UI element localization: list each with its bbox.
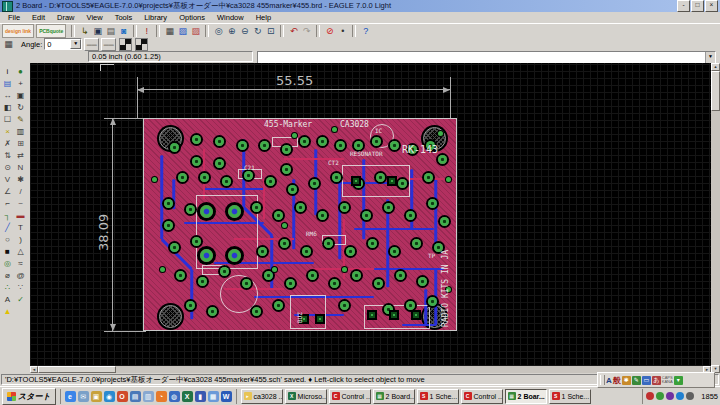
task-schematic-1[interactable]: S1 Sche... (417, 389, 459, 404)
through-hole-pad[interactable] (170, 143, 179, 152)
layer-blue-icon[interactable]: ▨ (176, 25, 189, 38)
layer-red-icon[interactable]: ▨ (189, 25, 202, 38)
via-pad[interactable] (292, 133, 297, 138)
ime-kana-mode[interactable]: 般 (613, 375, 621, 386)
spin-toggle[interactable] (135, 38, 148, 51)
through-hole-pad[interactable] (274, 211, 283, 220)
command-input[interactable] (258, 52, 705, 63)
print-icon[interactable]: ▤ (104, 25, 117, 38)
through-hole-pad[interactable] (260, 141, 269, 150)
open-icon[interactable]: ↳ (78, 25, 91, 38)
through-hole-pad[interactable] (398, 179, 407, 188)
through-hole-pad[interactable] (318, 211, 327, 220)
through-hole-pad[interactable] (438, 155, 447, 164)
large-pad[interactable] (200, 205, 213, 218)
task-eagle-control-1[interactable]: CControl ... (329, 389, 371, 404)
mirror-tool[interactable]: ◧ (1, 101, 14, 113)
wire-tool[interactable]: ╱ (1, 221, 14, 233)
rect-tool[interactable]: ■ (1, 245, 14, 257)
menu-file[interactable]: File (2, 12, 26, 23)
zoom-select-icon[interactable]: ⊡ (264, 25, 277, 38)
scroll-up-icon[interactable]: ▲ (711, 63, 720, 71)
silkscreen-text[interactable]: C21 (244, 165, 255, 171)
globe-icon[interactable]: ◍ (169, 391, 180, 402)
ime-language-bar[interactable]: A 般 ✱ ✎ ▭ あ CAPSKANA ▾ (597, 372, 715, 388)
menu-help[interactable]: Help (250, 12, 277, 23)
through-hole-pad[interactable] (354, 141, 363, 150)
copy-tool[interactable]: ▣ (14, 89, 27, 101)
moviemaker-icon[interactable]: ▣ (91, 391, 102, 402)
chevron-down-icon[interactable]: ▼ (70, 39, 81, 49)
square-pad[interactable] (351, 176, 361, 186)
silkscreen-text[interactable]: RM6 (306, 231, 317, 237)
via-pad[interactable] (272, 267, 277, 272)
opera-icon[interactable]: O (117, 391, 128, 402)
through-hole-pad[interactable] (200, 173, 209, 182)
ime-pad-icon[interactable]: あ (652, 376, 661, 385)
ime-pen-icon[interactable]: ✎ (632, 376, 641, 385)
through-hole-pad[interactable] (428, 297, 437, 306)
through-hole-pad[interactable] (396, 271, 405, 280)
copper-trace-bottom[interactable] (191, 269, 194, 319)
zoom-in-icon[interactable]: ⊕ (225, 25, 238, 38)
attribute-tool[interactable]: @ (14, 269, 27, 281)
through-hole-pad[interactable] (258, 247, 267, 256)
via-pad[interactable] (332, 127, 337, 132)
through-hole-pad[interactable] (372, 137, 381, 146)
tray-messenger-icon[interactable] (676, 392, 684, 400)
photo-icon[interactable]: ▦ (208, 391, 219, 402)
through-hole-pad[interactable] (332, 173, 341, 182)
copper-trace-top[interactable] (263, 179, 265, 219)
vertical-scroll-thumb[interactable] (711, 71, 720, 111)
stop-icon[interactable]: ⊘ (323, 25, 336, 38)
copper-trace-bottom[interactable] (387, 199, 390, 287)
copper-trace-bottom[interactable] (374, 268, 444, 271)
square-pad[interactable] (411, 310, 421, 320)
delete-tool[interactable]: ✗ (1, 137, 14, 149)
group-tool[interactable]: ☐ (1, 113, 14, 125)
via-pad[interactable] (282, 223, 287, 228)
restore-button[interactable]: □ (691, 0, 704, 12)
via-pad[interactable] (446, 177, 451, 182)
through-hole-pad[interactable] (362, 211, 371, 220)
through-hole-pad[interactable] (310, 179, 319, 188)
via-pad[interactable] (342, 267, 347, 272)
style-toggle-b[interactable]: ▬▬ (101, 38, 116, 51)
through-hole-pad[interactable] (440, 217, 449, 226)
through-hole-pad[interactable] (198, 277, 207, 286)
silkscreen-text[interactable]: 455-Marker (264, 121, 312, 129)
tray-network-icon[interactable] (656, 392, 664, 400)
through-hole-pad[interactable] (178, 173, 187, 182)
copper-trace-bottom[interactable] (354, 228, 434, 231)
name-tool[interactable]: N (14, 161, 27, 173)
through-hole-pad[interactable] (390, 247, 399, 256)
ripup-tool[interactable]: ▬ (14, 209, 27, 221)
silkscreen-text[interactable]: CT2 (328, 160, 339, 166)
paste-tool[interactable]: ▥ (14, 125, 27, 137)
tray-sound-icon[interactable] (646, 392, 654, 400)
drc-tool[interactable]: ✓ (14, 293, 27, 305)
large-pad[interactable] (228, 249, 241, 262)
signal-tool[interactable]: ≈ (14, 257, 27, 269)
through-hole-pad[interactable] (406, 301, 415, 310)
large-pad[interactable] (200, 249, 213, 262)
menu-view[interactable]: View (81, 12, 109, 23)
route-tool[interactable]: ┐ (1, 209, 14, 221)
through-hole-pad[interactable] (252, 203, 261, 212)
style-toggle-a[interactable]: ▬▬ (84, 38, 99, 51)
zoom-redraw-icon[interactable]: ↻ (251, 25, 264, 38)
menu-library[interactable]: Library (138, 12, 173, 23)
through-hole-pad[interactable] (274, 301, 283, 310)
mirror-toggle[interactable] (119, 38, 132, 51)
through-hole-pad[interactable] (412, 239, 421, 248)
task-excel[interactable]: XMicroso... (285, 389, 327, 404)
autorouter-tool[interactable]: A (1, 293, 14, 305)
tray-display-icon[interactable] (686, 392, 694, 400)
change-tool[interactable]: ✎ (14, 113, 27, 125)
through-hole-pad[interactable] (336, 141, 345, 150)
silkscreen-text[interactable]: IC (375, 128, 382, 134)
smash-tool[interactable]: ✱ (14, 173, 27, 185)
through-hole-pad[interactable] (192, 237, 201, 246)
task-ca3028-folder[interactable]: ▸ca3028 ... (241, 389, 283, 404)
start-button[interactable]: スタート (2, 388, 56, 405)
